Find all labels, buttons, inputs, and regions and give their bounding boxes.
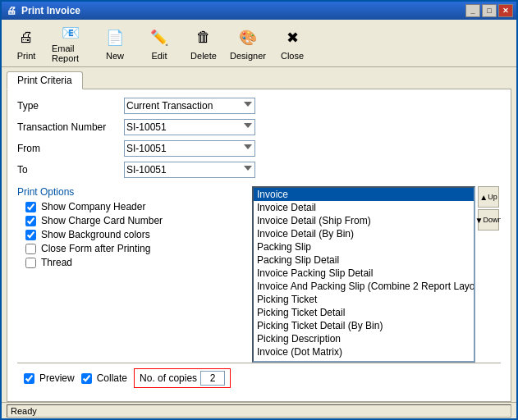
collate-label: Collate <box>97 372 127 384</box>
bottom-bar: Preview Collate No. of copies <box>17 363 501 393</box>
window-icon: 🖨 <box>5 4 18 17</box>
report-item-invoice-detail[interactable]: Invoice Detail <box>254 201 474 214</box>
delete-button[interactable]: 🗑Delete <box>182 23 225 64</box>
close-form-row: Close Form after Printing <box>25 243 247 254</box>
transaction-label: Transaction Number <box>17 121 124 133</box>
tab-content: Type Current Transaction Transaction Num… <box>7 89 511 402</box>
close-form-label: Close Form after Printing <box>41 243 150 254</box>
preview-checkbox[interactable] <box>24 373 34 384</box>
thread-row: Thread <box>25 257 247 268</box>
window-title: Print Invoice <box>21 5 80 16</box>
print-button[interactable]: 🖨Print <box>5 23 48 64</box>
designer-label: Designer <box>230 51 266 61</box>
show-charge-card-row: Show Charge Card Number <box>25 215 247 226</box>
edit-button[interactable]: ✏️Edit <box>138 23 181 64</box>
new-label: New <box>106 51 124 61</box>
status-text: Ready <box>7 404 511 418</box>
report-item-picking-description[interactable]: Picking Description <box>254 332 474 345</box>
title-bar: 🖨 Print Invoice _ □ ✕ <box>2 2 516 20</box>
close-form-checkbox[interactable] <box>25 244 36 254</box>
delete-icon: 🗑 <box>192 26 215 49</box>
transaction-select[interactable]: SI-10051 <box>124 119 255 135</box>
report-item-invoice-and-packing[interactable]: Invoice And Packing Slip (Combine 2 Repo… <box>254 280 474 293</box>
scroll-down-label: Down <box>483 216 501 224</box>
show-charge-card-label: Show Charge Card Number <box>41 215 163 226</box>
maximize-button[interactable]: □ <box>482 4 497 17</box>
left-panel: Print Options Show Company HeaderShow Ch… <box>17 186 247 363</box>
content-area: Print Options Show Company HeaderShow Ch… <box>17 186 501 363</box>
type-label: Type <box>17 100 124 112</box>
new-icon: 📄 <box>103 26 126 49</box>
window-close-button[interactable]: ✕ <box>498 4 513 17</box>
show-background-checkbox[interactable] <box>25 230 36 240</box>
toolbar: 🖨Print📧Email Report📄New✏️Edit🗑Delete🎨Des… <box>2 20 516 67</box>
delete-label: Delete <box>190 51 217 61</box>
status-bar: Ready <box>2 402 516 418</box>
show-company-header-checkbox[interactable] <box>25 202 36 212</box>
email-report-icon: 📧 <box>59 24 82 42</box>
scroll-up-label: Up <box>488 193 497 201</box>
thread-checkbox[interactable] <box>25 258 36 268</box>
thread-label: Thread <box>41 257 72 268</box>
type-select[interactable]: Current Transaction <box>124 98 255 114</box>
close-button[interactable]: ✖Close <box>271 23 314 64</box>
show-background-row: Show Background colors <box>25 229 247 240</box>
show-charge-card-checkbox[interactable] <box>25 216 36 226</box>
report-item-picking-ticket-detail-bin[interactable]: Picking Ticket Detail (By Bin) <box>254 319 474 332</box>
report-item-picking-ticket-detail[interactable]: Picking Ticket Detail <box>254 306 474 319</box>
new-button[interactable]: 📄New <box>94 23 136 64</box>
tab-strip: Print Criteria <box>7 71 511 89</box>
minimize-button[interactable]: _ <box>465 4 480 17</box>
to-select[interactable]: SI-10051 <box>124 162 255 178</box>
print-icon: 🖨 <box>15 26 38 49</box>
to-label: To <box>17 164 124 176</box>
report-item-invoice[interactable]: Invoice <box>254 188 474 201</box>
report-item-invoice-dot-matrix[interactable]: Invoice (Dot Matrix) <box>254 345 474 358</box>
report-item-invoice-packing-slip[interactable]: Invoice Packing Slip Detail <box>254 267 474 280</box>
close-icon: ✖ <box>281 26 304 49</box>
designer-icon: 🎨 <box>236 26 259 49</box>
scroll-down-button[interactable]: ▼Down <box>478 209 499 231</box>
tab-print-criteria[interactable]: Print Criteria <box>7 71 83 89</box>
report-item-packing-slip-detail[interactable]: Packing Slip Detail <box>254 253 474 267</box>
collate-checkbox[interactable] <box>81 373 92 384</box>
show-company-header-row: Show Company Header <box>25 201 247 212</box>
copies-box: No. of copies <box>134 368 231 388</box>
preview-row: Preview <box>24 372 75 384</box>
scroll-up-button[interactable]: ▲Up <box>478 186 499 208</box>
checkbox-container: Show Company HeaderShow Charge Card Numb… <box>17 201 247 271</box>
show-company-header-label: Show Company Header <box>41 201 145 212</box>
type-row: Type Current Transaction <box>17 98 501 114</box>
from-label: From <box>17 143 124 154</box>
title-bar-buttons: _ □ ✕ <box>465 4 513 17</box>
report-listbox[interactable]: InvoiceInvoice DetailInvoice Detail (Shi… <box>252 186 475 363</box>
from-select[interactable]: SI-10051 <box>124 140 255 157</box>
show-background-label: Show Background colors <box>41 229 150 240</box>
to-row: To SI-10051 <box>17 162 501 178</box>
report-item-invoice-detail-bin[interactable]: Invoice Detail (By Bin) <box>254 227 474 240</box>
from-row: From SI-10051 <box>17 140 501 157</box>
print-options-header: Print Options <box>17 186 247 198</box>
print-label: Print <box>17 51 36 61</box>
designer-button[interactable]: 🎨Designer <box>227 23 269 64</box>
right-panel: InvoiceInvoice DetailInvoice Detail (Shi… <box>252 186 501 363</box>
scroll-buttons: ▲Up ▼Down <box>478 186 501 363</box>
tab-area: Print Criteria Type Current Transaction … <box>2 67 516 402</box>
copies-label: No. of copies <box>140 372 197 384</box>
edit-label: Edit <box>152 51 167 61</box>
email-report-button[interactable]: 📧Email Report <box>49 23 92 64</box>
edit-icon: ✏️ <box>148 26 171 49</box>
collate-row: Collate <box>81 372 127 384</box>
copies-input[interactable] <box>200 371 225 386</box>
report-item-invoice-detail-ship[interactable]: Invoice Detail (Ship From) <box>254 214 474 227</box>
report-item-packing-slip[interactable]: Packing Slip <box>254 240 474 253</box>
close-label: Close <box>281 51 304 61</box>
preview-label: Preview <box>39 372 75 384</box>
main-window: 🖨 Print Invoice _ □ ✕ 🖨Print📧Email Repor… <box>0 0 518 420</box>
email-report-label: Email Report <box>52 43 89 63</box>
transaction-row: Transaction Number SI-10051 <box>17 119 501 135</box>
report-item-picking-ticket[interactable]: Picking Ticket <box>254 293 474 306</box>
